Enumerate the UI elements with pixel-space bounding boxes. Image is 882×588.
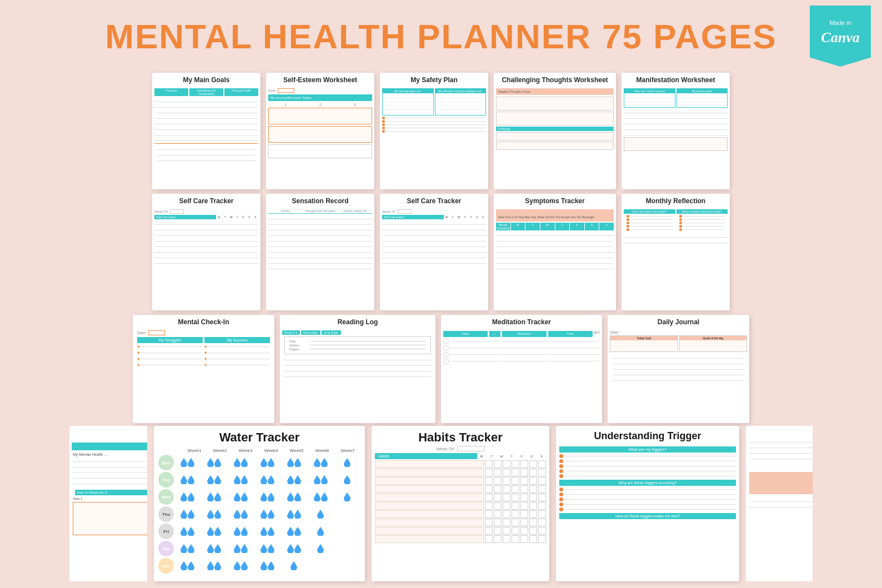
goals-lines — [154, 98, 258, 141]
card-title-meditation: Meditation Tracker — [441, 315, 602, 329]
card-self-esteem: Self-Esteem Worksheet Date: My accomplis… — [266, 73, 374, 189]
water-row-fri: Fri — [158, 524, 360, 539]
habits-row-8 — [375, 519, 546, 526]
trigger-question-3: How do these triggers make me feel? — [559, 513, 736, 519]
sensation-cols: Activity Thoughts And Sensation Anxiety … — [268, 209, 372, 214]
habits-row-1 — [375, 460, 546, 468]
card-title-safetyplan: My Safety Plan — [380, 73, 488, 87]
card-title-my-main-goals: My Main Goals — [152, 73, 260, 87]
card-title-checkin: Mental Check-In — [133, 315, 274, 329]
habits-row-10 — [375, 535, 546, 543]
card-title-selfcare1: Self Care Tracker — [152, 194, 260, 208]
water-tracker-title: Water Tracker — [154, 426, 365, 447]
water-row-sat: Sat — [158, 541, 360, 556]
card-water-tracker: Water Tracker Week1 Week2 Week3 Week4 We… — [154, 426, 365, 581]
trigger-question-2: Why are these triggers occurring? — [559, 480, 736, 486]
card-safety-plan: My Safety Plan My warning signs are: My … — [380, 73, 488, 189]
title-black: MENTAL HEALTH PLANNER — [105, 17, 592, 56]
sc-week-row: Week Of: — [154, 209, 258, 214]
card-title-symptoms: Symptoms Tracker — [494, 194, 616, 208]
page-title: MENTAL HEALTH PLANNER 75 PAGES — [0, 17, 882, 56]
partial-card-left: My Mental Health ... Step To Reach My G.… — [69, 426, 147, 581]
card-reading-log: Reading Log Book # 1 Start date: End Dat… — [280, 315, 435, 423]
safety-two-col: My warning signs are: My effective copyi… — [382, 88, 486, 115]
card-title-challenging: Challenging Thoughts Worksheet — [494, 73, 616, 87]
water-row-sun: Sun — [158, 558, 360, 574]
water-row-mon: Mon — [158, 455, 360, 470]
canva-badge: Made in Canva — [810, 6, 871, 67]
card-habits-tracker: Habits Tracker Week Of: Habits MTWTFSS — [372, 426, 549, 581]
date-field: Date: — [268, 88, 372, 93]
card-title-manifestation: Manifestation Worksheet — [622, 73, 730, 87]
habits-row-5 — [375, 494, 546, 501]
habits-row-7 — [375, 510, 546, 518]
card-title-selfcare2: Self Care Tracker — [380, 194, 488, 208]
card-monthly-reflection: Monthly Reflection How I feel about this… — [622, 194, 730, 310]
water-row-thu: Thu — [158, 506, 360, 522]
water-row-wed: Wed — [158, 489, 360, 505]
partial-card-right: ...today — [746, 426, 813, 581]
habits-row-6 — [375, 502, 546, 510]
made-in-label: Made in — [829, 19, 851, 27]
card-self-care-tracker-2: Self Care Tracker Week Of: Self Care Act… — [380, 194, 488, 310]
habits-row-2 — [375, 469, 546, 476]
page-header: MENTAL HEALTH PLANNER 75 PAGES Made in C… — [0, 0, 882, 67]
habits-row-4 — [375, 485, 546, 493]
card-title-monthly: Monthly Reflection — [622, 194, 730, 208]
card-sensation-record: Sensation Record Activity Thoughts And S… — [266, 194, 374, 310]
card-understanding-trigger: Understanding Trigger What are my trigge… — [556, 426, 739, 581]
card-self-care-tracker-1: Self Care Tracker Week Of: Self Care Act… — [152, 194, 260, 310]
card-daily-journal: Daily Journal Date : Today Goal Quote of… — [608, 315, 749, 423]
title-orange: 75 PAGES — [602, 17, 777, 56]
card-meditation-tracker: Meditation Tracker Date ✓ Medicine Time … — [441, 315, 602, 423]
trigger-question-1: What are my triggers? — [559, 446, 736, 453]
card-manifestation: Manifestation Worksheet How can I reach … — [622, 73, 730, 189]
card-title-sensation: Sensation Record — [266, 194, 374, 208]
goal-tab-finances: Finances — [154, 88, 188, 96]
habits-tracker-title: Habits Tracker — [372, 426, 549, 446]
habits-row-3 — [375, 477, 546, 485]
goal-tab-physical: Physical Health — [224, 88, 258, 96]
trigger-title: Understanding Trigger — [556, 426, 739, 445]
card-my-main-goals: My Main Goals Finances Volunteering Or C… — [152, 73, 260, 189]
card-title-selfesteem: Self-Esteem Worksheet — [266, 73, 374, 87]
habits-row-9 — [375, 527, 546, 535]
card-symptoms-tracker: Symptoms Tracker Rate From 1-10 How Was … — [494, 194, 616, 310]
water-row-tue: Tue — [158, 472, 360, 488]
card-challenging-thoughts: Challenging Thoughts Worksheet Negative … — [494, 73, 616, 189]
goal-tab-volunteering: Volunteering Or Contributions — [189, 88, 223, 96]
card-title-readinglog: Reading Log — [280, 315, 435, 329]
card-mental-checkin: Mental Check-In Date: My Struggles ♥ ♥ ♥… — [133, 315, 274, 423]
cards-container: My Main Goals Finances Volunteering Or C… — [0, 67, 882, 588]
canva-label: Canva — [821, 28, 859, 48]
card-title-dailyjournal: Daily Journal — [608, 315, 749, 329]
sc-days-header: Self Care Action : MTWTFSS — [154, 215, 258, 219]
